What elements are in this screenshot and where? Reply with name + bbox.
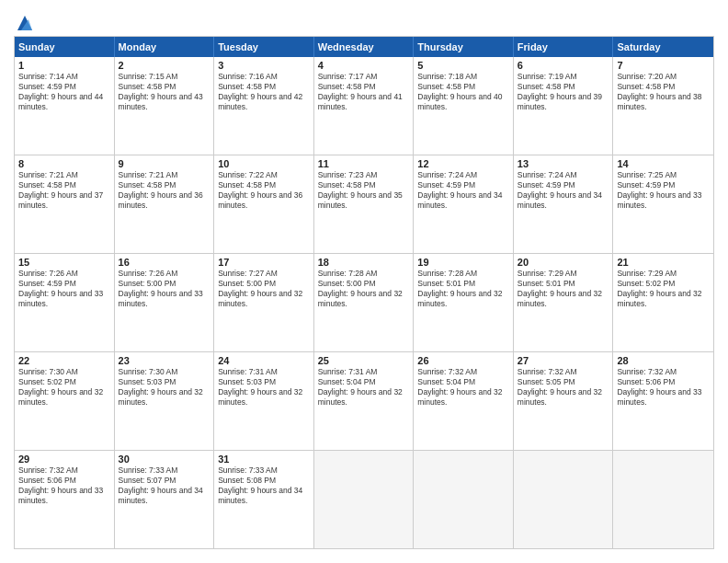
- day-info: Sunrise: 7:31 AM Sunset: 5:04 PM Dayligh…: [318, 367, 410, 408]
- calendar-cell: 13 Sunrise: 7:24 AM Sunset: 4:59 PM Dayl…: [514, 155, 614, 253]
- calendar-cell: 24 Sunrise: 7:31 AM Sunset: 5:03 PM Dayl…: [214, 352, 314, 450]
- day-info: Sunrise: 7:26 AM Sunset: 4:59 PM Dayligh…: [18, 269, 110, 309]
- calendar-cell: 8 Sunrise: 7:21 AM Sunset: 4:58 PM Dayli…: [15, 155, 115, 253]
- calendar-header-cell: Wednesday: [314, 37, 415, 57]
- day-number: 3: [218, 60, 310, 71]
- calendar-cell: 19 Sunrise: 7:28 AM Sunset: 5:01 PM Dayl…: [414, 254, 514, 351]
- day-number: 27: [518, 355, 609, 366]
- day-info: Sunrise: 7:28 AM Sunset: 5:01 PM Dayligh…: [417, 269, 509, 309]
- day-info: Sunrise: 7:21 AM Sunset: 4:58 PM Dayligh…: [119, 170, 210, 211]
- calendar-cell: 21 Sunrise: 7:29 AM Sunset: 5:02 PM Dayl…: [613, 254, 713, 351]
- day-number: 28: [617, 355, 710, 366]
- day-number: 13: [518, 158, 609, 169]
- calendar-cell: 14 Sunrise: 7:25 AM Sunset: 4:59 PM Dayl…: [613, 155, 713, 253]
- day-number: 26: [417, 355, 509, 366]
- calendar-cell: 27 Sunrise: 7:32 AM Sunset: 5:05 PM Dayl…: [514, 352, 614, 450]
- day-number: 9: [119, 158, 210, 169]
- day-info: Sunrise: 7:32 AM Sunset: 5:04 PM Dayligh…: [417, 367, 509, 408]
- day-number: 20: [518, 257, 609, 268]
- calendar-cell: 22 Sunrise: 7:30 AM Sunset: 5:02 PM Dayl…: [15, 352, 115, 450]
- calendar-header-cell: Tuesday: [214, 37, 314, 57]
- calendar-cell: 30 Sunrise: 7:33 AM Sunset: 5:07 PM Dayl…: [115, 451, 215, 548]
- calendar-header-cell: Saturday: [613, 37, 713, 57]
- day-number: 14: [617, 158, 710, 169]
- day-info: Sunrise: 7:22 AM Sunset: 4:58 PM Dayligh…: [218, 170, 310, 211]
- calendar-cell: 4 Sunrise: 7:17 AM Sunset: 4:58 PM Dayli…: [314, 57, 415, 155]
- day-info: Sunrise: 7:28 AM Sunset: 5:00 PM Dayligh…: [318, 269, 410, 309]
- calendar-cell: 23 Sunrise: 7:30 AM Sunset: 5:03 PM Dayl…: [115, 352, 215, 450]
- day-info: Sunrise: 7:16 AM Sunset: 4:58 PM Dayligh…: [218, 72, 310, 112]
- calendar-cell: 5 Sunrise: 7:18 AM Sunset: 4:58 PM Dayli…: [414, 57, 514, 155]
- day-info: Sunrise: 7:17 AM Sunset: 4:58 PM Dayligh…: [318, 72, 410, 112]
- day-info: Sunrise: 7:30 AM Sunset: 5:02 PM Dayligh…: [18, 367, 110, 408]
- day-info: Sunrise: 7:27 AM Sunset: 5:00 PM Dayligh…: [218, 269, 310, 309]
- day-info: Sunrise: 7:21 AM Sunset: 4:58 PM Dayligh…: [18, 170, 110, 211]
- calendar-cell: [414, 451, 514, 548]
- day-info: Sunrise: 7:23 AM Sunset: 4:58 PM Dayligh…: [318, 170, 410, 211]
- page: SundayMondayTuesdayWednesdayThursdayFrid…: [0, 0, 728, 563]
- calendar-cell: 3 Sunrise: 7:16 AM Sunset: 4:58 PM Dayli…: [214, 57, 314, 155]
- day-number: 11: [318, 158, 410, 169]
- day-number: 15: [18, 257, 110, 268]
- day-number: 21: [617, 257, 710, 268]
- day-number: 17: [218, 257, 310, 268]
- day-info: Sunrise: 7:29 AM Sunset: 5:02 PM Dayligh…: [617, 269, 710, 309]
- day-number: 25: [318, 355, 410, 366]
- day-info: Sunrise: 7:18 AM Sunset: 4:58 PM Dayligh…: [417, 72, 509, 112]
- day-number: 16: [119, 257, 210, 268]
- day-info: Sunrise: 7:24 AM Sunset: 4:59 PM Dayligh…: [518, 170, 609, 211]
- day-info: Sunrise: 7:33 AM Sunset: 5:08 PM Dayligh…: [218, 465, 310, 506]
- calendar-cell: 28 Sunrise: 7:32 AM Sunset: 5:06 PM Dayl…: [613, 352, 713, 450]
- day-number: 29: [18, 454, 110, 465]
- calendar-body: 1 Sunrise: 7:14 AM Sunset: 4:59 PM Dayli…: [15, 57, 713, 548]
- day-info: Sunrise: 7:30 AM Sunset: 5:03 PM Dayligh…: [119, 367, 210, 408]
- day-number: 10: [218, 158, 310, 169]
- calendar-header-cell: Thursday: [414, 37, 514, 57]
- calendar-cell: 1 Sunrise: 7:14 AM Sunset: 4:59 PM Dayli…: [15, 57, 115, 155]
- day-number: 2: [119, 60, 210, 71]
- day-info: Sunrise: 7:29 AM Sunset: 5:01 PM Dayligh…: [518, 269, 609, 309]
- calendar-cell: 6 Sunrise: 7:19 AM Sunset: 4:58 PM Dayli…: [514, 57, 614, 155]
- day-number: 7: [617, 60, 710, 71]
- calendar-cell: 9 Sunrise: 7:21 AM Sunset: 4:58 PM Dayli…: [115, 155, 215, 253]
- calendar-cell: [514, 451, 614, 548]
- calendar-cell: 26 Sunrise: 7:32 AM Sunset: 5:04 PM Dayl…: [414, 352, 514, 450]
- day-number: 12: [417, 158, 509, 169]
- day-info: Sunrise: 7:20 AM Sunset: 4:58 PM Dayligh…: [617, 72, 710, 112]
- day-info: Sunrise: 7:24 AM Sunset: 4:59 PM Dayligh…: [417, 170, 509, 211]
- calendar-row: 1 Sunrise: 7:14 AM Sunset: 4:59 PM Dayli…: [15, 57, 713, 155]
- calendar-cell: 10 Sunrise: 7:22 AM Sunset: 4:58 PM Dayl…: [214, 155, 314, 253]
- calendar-row: 29 Sunrise: 7:32 AM Sunset: 5:06 PM Dayl…: [15, 450, 713, 548]
- calendar-cell: 25 Sunrise: 7:31 AM Sunset: 5:04 PM Dayl…: [314, 352, 415, 450]
- calendar-cell: [314, 451, 415, 548]
- calendar-cell: 17 Sunrise: 7:27 AM Sunset: 5:00 PM Dayl…: [214, 254, 314, 351]
- day-number: 18: [318, 257, 410, 268]
- calendar: SundayMondayTuesdayWednesdayThursdayFrid…: [14, 36, 714, 549]
- logo: [14, 14, 34, 29]
- day-info: Sunrise: 7:19 AM Sunset: 4:58 PM Dayligh…: [518, 72, 609, 112]
- calendar-row: 15 Sunrise: 7:26 AM Sunset: 4:59 PM Dayl…: [15, 253, 713, 351]
- header: [14, 14, 714, 29]
- calendar-cell: 31 Sunrise: 7:33 AM Sunset: 5:08 PM Dayl…: [214, 451, 314, 548]
- logo-icon: [16, 14, 34, 32]
- day-number: 5: [417, 60, 509, 71]
- calendar-cell: 7 Sunrise: 7:20 AM Sunset: 4:58 PM Dayli…: [613, 57, 713, 155]
- day-info: Sunrise: 7:26 AM Sunset: 5:00 PM Dayligh…: [119, 269, 210, 309]
- day-info: Sunrise: 7:31 AM Sunset: 5:03 PM Dayligh…: [218, 367, 310, 408]
- calendar-header-cell: Sunday: [15, 37, 115, 57]
- day-info: Sunrise: 7:32 AM Sunset: 5:06 PM Dayligh…: [18, 465, 110, 506]
- day-info: Sunrise: 7:25 AM Sunset: 4:59 PM Dayligh…: [617, 170, 710, 211]
- calendar-cell: 20 Sunrise: 7:29 AM Sunset: 5:01 PM Dayl…: [514, 254, 614, 351]
- calendar-cell: 2 Sunrise: 7:15 AM Sunset: 4:58 PM Dayli…: [115, 57, 215, 155]
- calendar-cell: [613, 451, 713, 548]
- day-info: Sunrise: 7:33 AM Sunset: 5:07 PM Dayligh…: [119, 465, 210, 506]
- day-info: Sunrise: 7:32 AM Sunset: 5:06 PM Dayligh…: [617, 367, 710, 408]
- calendar-row: 22 Sunrise: 7:30 AM Sunset: 5:02 PM Dayl…: [15, 351, 713, 450]
- calendar-cell: 11 Sunrise: 7:23 AM Sunset: 4:58 PM Dayl…: [314, 155, 415, 253]
- calendar-header-cell: Friday: [514, 37, 614, 57]
- day-info: Sunrise: 7:14 AM Sunset: 4:59 PM Dayligh…: [18, 72, 110, 112]
- day-number: 30: [119, 454, 210, 465]
- calendar-cell: 16 Sunrise: 7:26 AM Sunset: 5:00 PM Dayl…: [115, 254, 215, 351]
- day-number: 23: [119, 355, 210, 366]
- day-number: 4: [318, 60, 410, 71]
